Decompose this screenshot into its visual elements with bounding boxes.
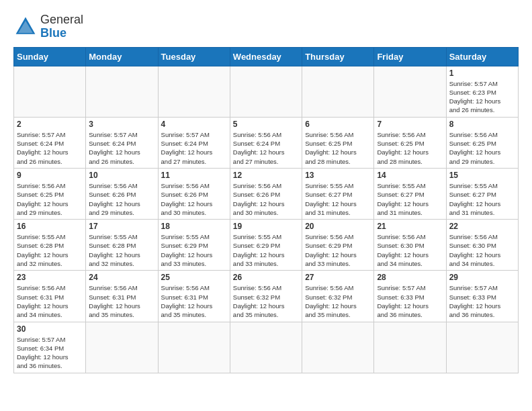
day-info: Sunrise: 5:56 AM Sunset: 6:29 PM Dayligh… [305,232,371,268]
calendar-cell: 27Sunrise: 5:56 AM Sunset: 6:32 PM Dayli… [302,271,374,322]
calendar-cell: 13Sunrise: 5:55 AM Sunset: 6:27 PM Dayli… [302,168,374,219]
calendar-week-row: 9Sunrise: 5:56 AM Sunset: 6:25 PM Daylig… [14,168,519,219]
day-info: Sunrise: 5:57 AM Sunset: 6:24 PM Dayligh… [161,130,227,166]
day-info: Sunrise: 5:57 AM Sunset: 6:23 PM Dayligh… [449,79,515,115]
day-info: Sunrise: 5:56 AM Sunset: 6:31 PM Dayligh… [89,283,154,319]
calendar-cell [374,322,446,373]
calendar-cell: 30Sunrise: 5:57 AM Sunset: 6:34 PM Dayli… [14,322,86,373]
day-number: 18 [161,222,227,231]
logo-icon [13,15,38,39]
calendar-cell: 26Sunrise: 5:56 AM Sunset: 6:32 PM Dayli… [230,271,302,322]
calendar-cell: 17Sunrise: 5:55 AM Sunset: 6:28 PM Dayli… [86,220,158,271]
day-number: 29 [449,273,515,282]
day-number: 15 [449,171,515,180]
day-info: Sunrise: 5:56 AM Sunset: 6:32 PM Dayligh… [233,283,299,319]
day-info: Sunrise: 5:55 AM Sunset: 6:27 PM Dayligh… [377,181,443,217]
day-number: 13 [305,171,371,180]
day-info: Sunrise: 5:55 AM Sunset: 6:28 PM Dayligh… [17,232,83,268]
calendar-header-friday: Friday [374,47,446,66]
day-info: Sunrise: 5:56 AM Sunset: 6:30 PM Dayligh… [449,232,515,268]
day-number: 23 [17,273,83,282]
calendar-week-row: 30Sunrise: 5:57 AM Sunset: 6:34 PM Dayli… [14,322,519,373]
day-number: 8 [449,120,515,129]
day-info: Sunrise: 5:56 AM Sunset: 6:25 PM Dayligh… [305,130,371,166]
day-info: Sunrise: 5:56 AM Sunset: 6:26 PM Dayligh… [233,181,299,217]
calendar-cell [230,66,302,117]
day-number: 11 [161,171,227,180]
calendar-header-thursday: Thursday [302,47,374,66]
calendar-cell: 24Sunrise: 5:56 AM Sunset: 6:31 PM Dayli… [86,271,158,322]
calendar-cell [14,66,86,117]
calendar-cell [230,322,302,373]
calendar-cell: 16Sunrise: 5:55 AM Sunset: 6:28 PM Dayli… [14,220,86,271]
calendar-header-row: SundayMondayTuesdayWednesdayThursdayFrid… [14,47,519,66]
day-info: Sunrise: 5:55 AM Sunset: 6:27 PM Dayligh… [305,181,371,217]
calendar-cell: 5Sunrise: 5:56 AM Sunset: 6:24 PM Daylig… [230,117,302,168]
day-number: 19 [233,222,299,231]
calendar-cell: 7Sunrise: 5:56 AM Sunset: 6:25 PM Daylig… [374,117,446,168]
calendar-cell [86,66,158,117]
calendar-cell: 9Sunrise: 5:56 AM Sunset: 6:25 PM Daylig… [14,168,86,219]
calendar-cell: 25Sunrise: 5:56 AM Sunset: 6:31 PM Dayli… [158,271,230,322]
calendar-week-row: 16Sunrise: 5:55 AM Sunset: 6:28 PM Dayli… [14,220,519,271]
calendar-week-row: 23Sunrise: 5:56 AM Sunset: 6:31 PM Dayli… [14,271,519,322]
calendar-header-saturday: Saturday [446,47,518,66]
day-number: 20 [305,222,371,231]
day-number: 21 [377,222,443,231]
day-number: 24 [89,273,154,282]
day-info: Sunrise: 5:57 AM Sunset: 6:24 PM Dayligh… [89,130,154,166]
page-header: General Blue [13,13,519,40]
day-number: 7 [377,120,443,129]
calendar-week-row: 2Sunrise: 5:57 AM Sunset: 6:24 PM Daylig… [14,117,519,168]
calendar-cell: 20Sunrise: 5:56 AM Sunset: 6:29 PM Dayli… [302,220,374,271]
day-number: 6 [305,120,371,129]
calendar-cell [302,322,374,373]
day-info: Sunrise: 5:55 AM Sunset: 6:28 PM Dayligh… [89,232,154,268]
calendar-cell: 8Sunrise: 5:56 AM Sunset: 6:25 PM Daylig… [446,117,518,168]
calendar-cell: 2Sunrise: 5:57 AM Sunset: 6:24 PM Daylig… [14,117,86,168]
day-info: Sunrise: 5:57 AM Sunset: 6:33 PM Dayligh… [377,283,443,319]
day-number: 12 [233,171,299,180]
calendar-header-sunday: Sunday [14,47,86,66]
calendar-header-monday: Monday [86,47,158,66]
day-number: 4 [161,120,227,129]
day-number: 5 [233,120,299,129]
day-info: Sunrise: 5:55 AM Sunset: 6:29 PM Dayligh… [161,232,227,268]
calendar-cell: 19Sunrise: 5:55 AM Sunset: 6:29 PM Dayli… [230,220,302,271]
day-number: 3 [89,120,154,129]
calendar-cell: 23Sunrise: 5:56 AM Sunset: 6:31 PM Dayli… [14,271,86,322]
calendar-cell: 21Sunrise: 5:56 AM Sunset: 6:30 PM Dayli… [374,220,446,271]
calendar-cell: 14Sunrise: 5:55 AM Sunset: 6:27 PM Dayli… [374,168,446,219]
calendar-cell: 4Sunrise: 5:57 AM Sunset: 6:24 PM Daylig… [158,117,230,168]
day-number: 2 [17,120,83,129]
calendar-cell: 6Sunrise: 5:56 AM Sunset: 6:25 PM Daylig… [302,117,374,168]
day-info: Sunrise: 5:56 AM Sunset: 6:31 PM Dayligh… [161,283,227,319]
day-info: Sunrise: 5:57 AM Sunset: 6:24 PM Dayligh… [17,130,83,166]
day-number: 26 [233,273,299,282]
logo-text: General Blue [40,13,83,40]
day-number: 9 [17,171,83,180]
calendar-cell: 22Sunrise: 5:56 AM Sunset: 6:30 PM Dayli… [446,220,518,271]
day-info: Sunrise: 5:56 AM Sunset: 6:25 PM Dayligh… [449,130,515,166]
calendar-header-tuesday: Tuesday [158,47,230,66]
day-number: 22 [449,222,515,231]
calendar-cell [158,66,230,117]
day-number: 30 [17,324,83,334]
day-number: 25 [161,273,227,282]
calendar-header-wednesday: Wednesday [230,47,302,66]
day-number: 17 [89,222,154,231]
calendar-cell: 28Sunrise: 5:57 AM Sunset: 6:33 PM Dayli… [374,271,446,322]
day-number: 16 [17,222,83,231]
calendar-cell: 10Sunrise: 5:56 AM Sunset: 6:26 PM Dayli… [86,168,158,219]
day-info: Sunrise: 5:56 AM Sunset: 6:30 PM Dayligh… [377,232,443,268]
calendar-cell: 3Sunrise: 5:57 AM Sunset: 6:24 PM Daylig… [86,117,158,168]
calendar-cell [302,66,374,117]
day-info: Sunrise: 5:57 AM Sunset: 6:33 PM Dayligh… [449,283,515,319]
calendar-cell [374,66,446,117]
day-info: Sunrise: 5:56 AM Sunset: 6:25 PM Dayligh… [377,130,443,166]
calendar-cell [158,322,230,373]
calendar-cell: 12Sunrise: 5:56 AM Sunset: 6:26 PM Dayli… [230,168,302,219]
day-number: 10 [89,171,154,180]
day-number: 28 [377,273,443,282]
day-info: Sunrise: 5:56 AM Sunset: 6:32 PM Dayligh… [305,283,371,319]
